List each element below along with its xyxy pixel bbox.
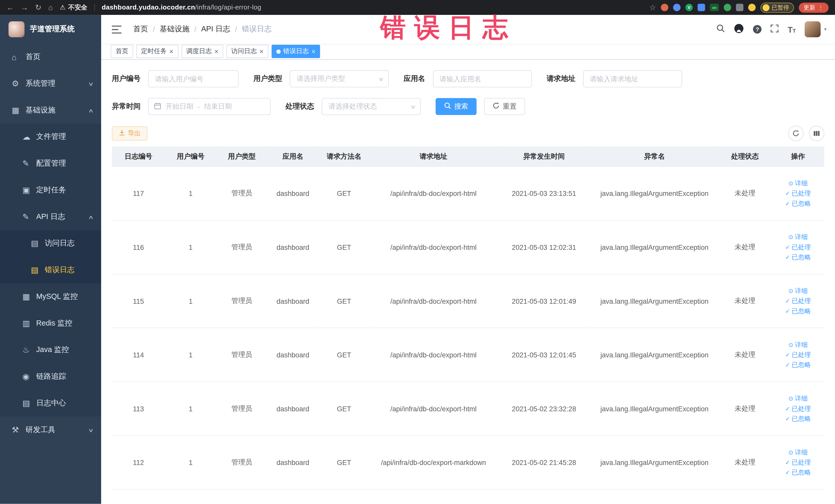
font-size-icon[interactable]: TT (788, 25, 796, 33)
sidebar-item-redis-monitor[interactable]: ▥Redis 监控 (0, 310, 101, 337)
column-settings-button[interactable] (809, 126, 824, 141)
breadcrumb-item[interactable]: 基础设施 (160, 24, 189, 34)
sidebar-item-home[interactable]: ⌂首页 (0, 44, 101, 70)
site-security-indicator[interactable]: ⚠ 不安全 (60, 3, 87, 12)
emoji-face-extension-icon[interactable] (748, 4, 756, 11)
fullscreen-icon[interactable] (771, 24, 778, 34)
action-processed-link[interactable]: ✓已处理 (775, 242, 821, 252)
app-logo[interactable]: 芋道管理系统 (0, 15, 101, 44)
eye-icon: ⊙ (788, 340, 793, 350)
github-icon[interactable] (734, 23, 744, 36)
cell-app-name: dashboard (267, 220, 318, 274)
user-type-select[interactable]: 请选择用户类型 ∨ (290, 70, 389, 87)
breadcrumb-item[interactable]: API 日志 (201, 24, 230, 34)
sidebar-item-log-center[interactable]: ▤日志中心 (0, 390, 101, 417)
reset-button[interactable]: 重置 (484, 98, 525, 115)
chrome-update-button[interactable]: 更新 ⋮ (799, 2, 829, 12)
check-icon: ✓ (785, 252, 790, 262)
action-ignore-link[interactable]: ✓已忽略 (775, 360, 821, 370)
forward-button[interactable]: → (21, 4, 28, 11)
action-detail-link[interactable]: ⊙详细 (775, 232, 821, 242)
url-bar[interactable]: dashboard.yudao.iocoder.cn/infra/log/api… (102, 4, 261, 11)
extensions-puzzle-icon[interactable] (736, 4, 744, 11)
sidebar-item-trace[interactable]: ◉链路追踪 (0, 363, 101, 390)
refresh-button[interactable] (788, 126, 803, 141)
start-date-placeholder: 开始日期 (166, 102, 193, 111)
user-id-input[interactable] (148, 70, 239, 87)
emoji-face-icon (762, 4, 770, 11)
action-detail-link[interactable]: ⊙详细 (775, 178, 821, 188)
hamburger-icon[interactable] (109, 25, 123, 33)
tab-close-icon[interactable]: × (311, 48, 315, 55)
export-button[interactable]: 导出 (112, 126, 148, 141)
tab-label: 访问日志 (231, 47, 257, 56)
extension-icon[interactable]: V (685, 4, 693, 11)
search-icon[interactable] (716, 24, 725, 35)
bookmark-star-icon[interactable]: ☆ (649, 3, 656, 12)
action-processed-link[interactable]: ✓已处理 (775, 350, 821, 360)
action-ignore-link[interactable]: ✓已忽略 (775, 306, 821, 316)
sidebar-item-file-management[interactable]: ☁文件管理 (0, 123, 101, 150)
app-name-input[interactable] (433, 70, 532, 87)
logo-image (8, 21, 24, 37)
action-processed-link[interactable]: ✓已处理 (775, 188, 821, 198)
sidebar-item-scheduled-jobs[interactable]: ▣定时任务 (0, 177, 101, 204)
extension-icon[interactable] (661, 4, 668, 11)
sidebar-item-access-log[interactable]: ▤访问日志 (0, 230, 101, 257)
extension-on-badge[interactable]: on (710, 4, 719, 11)
tab-job-log[interactable]: 调度日志× (182, 45, 223, 58)
sidebar-item-config-management[interactable]: ✎配置管理 (0, 150, 101, 177)
action-label: 详细 (795, 178, 808, 188)
action-processed-link[interactable]: ✓已处理 (775, 457, 821, 467)
action-detail-link[interactable]: ⊙详细 (775, 286, 821, 296)
action-detail-link[interactable]: ⊙详细 (775, 447, 821, 457)
breadcrumb-item[interactable]: 首页 (133, 24, 148, 34)
exception-time-range-picker[interactable]: 开始日期 - 结束日期 (148, 98, 270, 115)
sidebar-item-java-monitor[interactable]: ♨Java 监控 (0, 337, 101, 363)
action-ignore-link[interactable]: ✓已忽略 (775, 199, 821, 208)
action-detail-link[interactable]: ⊙详细 (775, 394, 821, 403)
reload-button[interactable]: ↻ (35, 4, 41, 11)
table-header-row: 日志编号用户编号用户类型应用名请求方法名请求地址异常发生时间异常名处理状态操作 (112, 147, 824, 167)
sidebar-item-mysql-monitor[interactable]: ▦MySQL 监控 (0, 283, 101, 310)
avatar-dropdown[interactable]: ▾ (805, 21, 827, 37)
tab-error-log[interactable]: 错误日志× (271, 45, 320, 58)
request-url-input[interactable] (583, 70, 682, 87)
extension-paused-badge[interactable]: 已暂停 (760, 2, 794, 12)
browser-home-button[interactable]: ⌂ (48, 4, 53, 11)
cell-status: 未处理 (718, 274, 772, 328)
sidebar-item-api-logs[interactable]: ✎API 日志∧ (0, 203, 101, 230)
extension-icon[interactable] (673, 4, 680, 11)
tab-scheduled-jobs[interactable]: 定时任务× (136, 45, 178, 58)
cell-url: /api/infra/db-doc/export-markdown (370, 436, 497, 489)
filter-user-type: 用户类型 请选择用户类型 ∨ (253, 70, 389, 87)
action-ignore-link[interactable]: ✓已忽略 (775, 252, 821, 262)
action-ignore-link[interactable]: ✓已忽略 (775, 414, 821, 424)
sidebar-item-dev-tools[interactable]: ⚒研发工具∨ (0, 417, 101, 443)
extension-icon[interactable] (724, 4, 731, 11)
tab-home[interactable]: 首页 (111, 45, 133, 58)
sidebar-item-infrastructure[interactable]: ▦基础设施∧ (0, 97, 101, 124)
sidebar-item-system[interactable]: ⚙系统管理∨ (0, 70, 101, 97)
end-date-placeholder: 结束日期 (204, 102, 232, 111)
tab-close-icon[interactable]: × (260, 48, 264, 55)
tab-close-icon[interactable]: × (169, 48, 174, 55)
help-icon[interactable]: ? (753, 25, 761, 34)
tab-access-log[interactable]: 访问日志× (226, 45, 268, 58)
sidebar-item-error-log[interactable]: ▤错误日志 (0, 257, 101, 283)
extension-icon[interactable] (698, 4, 705, 11)
avatar (805, 21, 821, 37)
download-icon (119, 129, 125, 137)
back-button[interactable]: ← (6, 4, 14, 11)
action-processed-link[interactable]: ✓已处理 (775, 296, 821, 306)
process-status-select[interactable]: 请选择处理状态 ∨ (322, 98, 421, 115)
tab-close-icon[interactable]: × (214, 48, 219, 55)
action-detail-link[interactable]: ⊙详细 (775, 340, 821, 350)
action-processed-link[interactable]: ✓已处理 (775, 404, 821, 414)
update-label: 更新 (804, 3, 815, 11)
cell-log-id: 112 (112, 436, 165, 489)
tab-label: 定时任务 (141, 47, 167, 56)
action-label: 已忽略 (792, 414, 811, 424)
action-ignore-link[interactable]: ✓已忽略 (775, 467, 821, 477)
search-button[interactable]: 搜索 (435, 98, 477, 115)
